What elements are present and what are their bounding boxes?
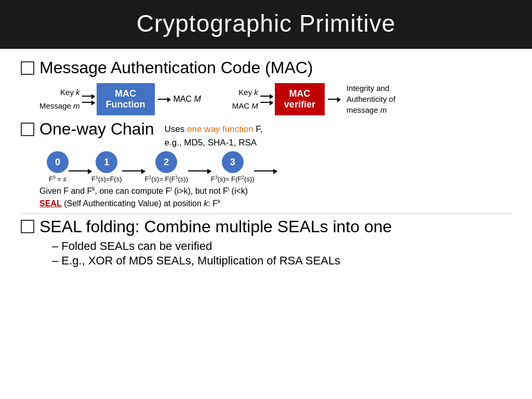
chain-arr-23	[188, 170, 211, 171]
mac-verifier-mac: MAC M	[232, 99, 258, 113]
content-area: Message Authentication Code (MAC) Key k …	[0, 49, 532, 275]
mac-out-arrow	[158, 99, 170, 100]
chain-arrow-end	[254, 170, 277, 183]
mac-key-label: Key k	[39, 86, 80, 99]
seal-folding-title: SEAL folding: Combine multiple SEALs int…	[21, 217, 511, 236]
mac-output-label: MAC M	[174, 95, 201, 104]
owc-title-text: One-way Chain	[39, 119, 154, 139]
mac-left-group: Key k Message m MACFunction MAC M	[39, 83, 201, 115]
bullet-1: – Folded SEALs can be verified	[52, 240, 511, 253]
chain-node-2: 2	[155, 151, 177, 173]
mac-verifier-out-arrow-wrapper	[328, 99, 340, 100]
mac-section-title: Message Authentication Code (MAC)	[21, 58, 511, 77]
chain-node-0-group: 0 F0 = s	[47, 151, 69, 183]
header: Cryptographic Primitive	[0, 0, 532, 49]
chain-arr-end	[254, 170, 277, 171]
chain-node-2-group: 2 F2(s)= F(F1(s))	[145, 151, 188, 183]
mac-verifier-arrow-mac	[260, 102, 273, 103]
chain-arr-12	[122, 170, 145, 171]
owc-description: Uses one way function F, e.g., MD5, SHA-…	[165, 123, 263, 149]
chain-node-1: 1	[96, 151, 117, 173]
mac-verifier-arrow-key	[260, 96, 273, 97]
chain-arrow-23	[188, 170, 211, 183]
mac-verifier-key: Key k	[232, 86, 258, 99]
chain-node-3: 3	[222, 151, 244, 173]
chain-label-0: F0 = s	[49, 175, 66, 183]
owc-highlight: one way function	[187, 124, 254, 134]
mac-right-arrows	[260, 96, 273, 103]
given-row: Given F and Fk, one can compute Fi (i>k)…	[39, 186, 511, 196]
mac-function-box: MACFunction	[97, 83, 155, 115]
seal-row: SEAL (Self Authenticating Value) at posi…	[39, 198, 511, 208]
mac-message-label: Message m	[39, 99, 80, 113]
seal-word: SEAL	[39, 199, 62, 208]
mac-left-arrows	[82, 96, 95, 103]
section-divider	[21, 214, 511, 214]
mac-verifier-out-arrow	[328, 99, 340, 100]
mac-diagram-row: Key k Message m MACFunction MAC M Key k …	[39, 83, 511, 115]
chain-arrow-01	[69, 170, 91, 183]
page-title: Cryptographic Primitive	[137, 10, 395, 37]
owc-checkbox	[21, 123, 34, 136]
chain-label-1: F1(s)=F(s)	[91, 175, 122, 183]
chain-node-0: 0	[47, 151, 69, 173]
bullet-1-text: – Folded SEALs can be verified	[52, 240, 212, 252]
mac-right-inputs: Key k MAC M	[232, 86, 258, 112]
chain-node-1-group: 1 F1(s)=F(s)	[91, 151, 122, 183]
bullet-2: – E.g., XOR of MD5 SEALs, Multiplication…	[52, 254, 511, 268]
owc-title-group: One-way Chain	[21, 119, 165, 139]
owc-row: One-way Chain Uses one way function F, e…	[21, 119, 511, 149]
bullet-2-text: – E.g., XOR of MD5 SEALs, Multiplication…	[52, 254, 340, 267]
chain-arrow-12	[122, 170, 145, 183]
seal-folding-checkbox	[21, 220, 34, 233]
mac-right-group: Key k MAC M MACverifier Integrity andAut…	[232, 83, 395, 115]
mac-arrow-key	[82, 96, 95, 97]
mac-integrity-text: Integrity andAuthenticity ofmessage m	[347, 83, 395, 115]
mac-verifier-box: MACverifier	[275, 83, 325, 115]
chain-diagram: 0 F0 = s 1 F1(s)=F(s) 2 F2(s)= F(F1(s)) …	[47, 151, 511, 183]
mac-output-arrow	[158, 99, 170, 100]
mac-left-inputs: Key k Message m	[39, 86, 80, 112]
chain-arr-01	[69, 170, 91, 171]
mac-arrow-msg	[82, 102, 95, 103]
seal-folding-text: SEAL folding: Combine multiple SEALs int…	[39, 217, 392, 236]
chain-node-3-group: 3 F3(s)= F(F2(s))	[211, 151, 254, 183]
chain-label-2: F2(s)= F(F1(s))	[145, 175, 188, 183]
mac-checkbox	[21, 61, 34, 75]
mac-title-text: Message Authentication Code (MAC)	[39, 58, 313, 77]
seal-description: (Self Authenticating Value) at position …	[64, 199, 220, 208]
chain-label-3: F3(s)= F(F2(s))	[211, 175, 254, 183]
